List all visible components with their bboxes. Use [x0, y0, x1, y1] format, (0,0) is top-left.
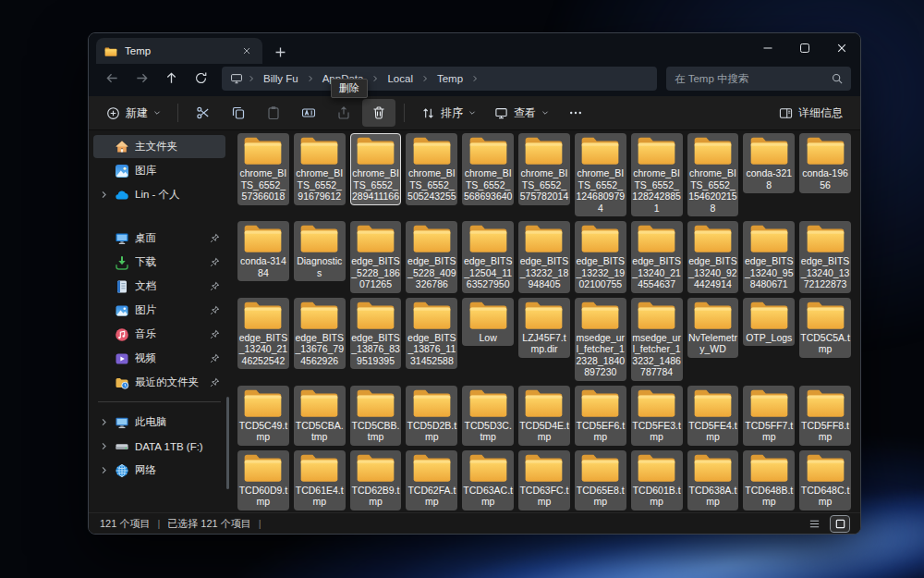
folder-item[interactable]: Diagnostics — [294, 221, 346, 281]
breadcrumb-item[interactable]: Local — [383, 71, 417, 86]
folder-item[interactable]: chrome_BITS_6552_1282428851 — [631, 133, 683, 216]
maximize-button[interactable] — [786, 33, 823, 63]
forward-button[interactable] — [128, 66, 155, 92]
folder-item[interactable]: TCD65E8.tmp — [575, 450, 626, 510]
folder-item[interactable]: TCD5D3C.tmp — [462, 386, 514, 446]
folder-item[interactable]: TCD63AC.tmp — [462, 450, 514, 510]
folder-item[interactable]: edge_BITS_13876_839519395 — [350, 298, 402, 370]
sidebar-item-drive[interactable]: DATA 1TB (F:) — [93, 435, 225, 458]
folder-item[interactable]: TCD5C5A.tmp — [799, 298, 851, 358]
folder-item[interactable]: edge_BITS_13876_1131452588 — [406, 298, 457, 370]
share-button[interactable] — [327, 99, 360, 127]
breadcrumb-item[interactable]: Temp — [433, 71, 467, 86]
folder-item[interactable]: edge_BITS_13232_18948405 — [518, 221, 570, 293]
folder-item[interactable]: TCD62FA.tmp — [406, 450, 457, 510]
expand-chevron-icon[interactable] — [99, 191, 109, 199]
up-button[interactable] — [157, 66, 185, 92]
paste-button[interactable] — [257, 99, 290, 127]
folder-item[interactable]: LZJ45F7.tmp.dir — [518, 298, 570, 358]
sidebar-item-videos[interactable]: 视频 — [93, 347, 225, 370]
folder-item[interactable]: msedge_url_fetcher_13232_1486787784 — [631, 298, 683, 381]
folder-item[interactable]: OTP_Logs — [743, 298, 795, 347]
folder-item[interactable]: chrome_BITS_6552_57366018 — [237, 133, 289, 205]
folder-item[interactable]: edge_BITS_13232_1902100755 — [575, 221, 626, 293]
folder-item[interactable]: edge_BITS_13240_1372122873 — [799, 221, 851, 293]
search-box[interactable] — [666, 67, 851, 91]
folder-item[interactable]: TCD5FF7.tmp — [743, 386, 795, 446]
folder-item[interactable]: TCD5FE3.tmp — [631, 386, 683, 446]
folder-item[interactable]: chrome_BITS_6552_91679612 — [294, 133, 346, 205]
breadcrumb-item[interactable]: Billy Fu — [260, 71, 302, 86]
folder-item[interactable]: edge_BITS_13240_924424914 — [687, 221, 739, 293]
folder-item[interactable]: chrome_BITS_6552_575782014 — [518, 133, 570, 205]
folder-item[interactable]: TCD648B.tmp — [743, 450, 795, 510]
folder-item[interactable]: TCD62B9.tmp — [350, 450, 402, 510]
sidebar-scrollbar[interactable] — [226, 397, 229, 489]
folder-item[interactable]: TCD5D2B.tmp — [406, 386, 457, 446]
folder-item[interactable]: TCD601B.tmp — [631, 450, 683, 510]
expand-chevron-icon[interactable] — [99, 418, 109, 426]
folder-item[interactable]: TCD5FF8.tmp — [799, 386, 851, 446]
folder-item[interactable]: conda-31484 — [237, 221, 289, 281]
sidebar-item-desktop[interactable]: 桌面 — [93, 227, 225, 250]
sidebar-item-recent-folders[interactable]: 最近的文件夹 — [93, 371, 225, 394]
folder-item[interactable]: chrome_BITS_6552_505243255 — [406, 133, 457, 205]
new-button[interactable]: 新建 — [98, 99, 169, 127]
sidebar-item-this-pc[interactable]: 此电脑 — [93, 411, 225, 434]
folder-item[interactable]: msedge_url_fetcher_12328_1840897230 — [575, 298, 626, 381]
details-pane-button[interactable]: 详细信息 — [771, 99, 851, 127]
back-button[interactable] — [98, 66, 126, 92]
folder-item[interactable]: conda-19656 — [799, 133, 851, 193]
new-tab-button[interactable] — [275, 47, 286, 57]
sidebar-item-gallery[interactable]: 图库 — [93, 159, 225, 182]
refresh-button[interactable] — [187, 66, 214, 92]
folder-item[interactable]: edge_BITS_13676_794562926 — [294, 298, 346, 370]
folder-item[interactable]: edge_BITS_5228_409326786 — [406, 221, 457, 293]
delete-button[interactable] — [362, 99, 395, 127]
cut-button[interactable] — [187, 99, 220, 127]
folder-item[interactable]: TCD638A.tmp — [687, 450, 739, 510]
details-view-toggle[interactable] — [805, 516, 823, 532]
tab-close-icon[interactable] — [239, 43, 254, 58]
sidebar-item-documents[interactable]: 文档 — [93, 275, 225, 298]
rename-button[interactable] — [292, 99, 325, 127]
folder-item[interactable]: TCD60D9.tmp — [237, 450, 289, 510]
folder-item[interactable]: conda-3218 — [743, 133, 795, 193]
folder-item[interactable]: chrome_BITS_6552_289411166 — [350, 133, 402, 205]
tab-temp[interactable]: Temp — [96, 38, 262, 64]
folder-item[interactable]: edge_BITS_5228_186071265 — [350, 221, 402, 293]
folder-item[interactable]: Low — [462, 298, 514, 347]
folder-item[interactable]: TCD63FC.tmp — [518, 450, 570, 510]
folder-item[interactable]: TCD648C.tmp — [799, 450, 851, 510]
search-input[interactable] — [675, 73, 826, 84]
folder-item[interactable]: TCD5CBA.tmp — [294, 386, 346, 446]
minimize-button[interactable] — [749, 33, 786, 63]
folder-item[interactable]: TCD5C49.tmp — [237, 386, 289, 446]
folder-item[interactable]: TCD5D4E.tmp — [518, 386, 570, 446]
folder-item[interactable]: TCD5CBB.tmp — [350, 386, 402, 446]
sidebar-item-music[interactable]: 音乐 — [93, 323, 225, 346]
sidebar-item-network[interactable]: 网络 — [93, 459, 225, 482]
sidebar-item-downloads[interactable]: 下载 — [93, 251, 225, 274]
sidebar-item-onedrive[interactable]: Lin - 个人 — [93, 183, 225, 206]
folder-item[interactable]: TCD5FE4.tmp — [687, 386, 739, 446]
folder-item[interactable]: edge_BITS_13240_2146252542 — [237, 298, 289, 370]
folder-item[interactable]: chrome_BITS_6552_568693640 — [462, 133, 514, 205]
expand-chevron-icon[interactable] — [99, 442, 109, 450]
copy-button[interactable] — [222, 99, 255, 127]
view-button[interactable]: 查看 — [486, 99, 557, 127]
folder-item[interactable]: edge_BITS_12504_1163527950 — [462, 221, 514, 293]
folder-item[interactable]: chrome_BITS_6552_1246809794 — [575, 133, 626, 216]
folder-item[interactable]: TCD61E4.tmp — [294, 450, 346, 510]
expand-chevron-icon[interactable] — [99, 466, 109, 474]
folder-item[interactable]: chrome_BITS_6552_1546202158 — [687, 133, 739, 216]
folder-item[interactable]: edge_BITS_13240_958480671 — [743, 221, 795, 293]
sidebar-item-home[interactable]: 主文件夹 — [93, 135, 225, 158]
folder-item[interactable]: edge_BITS_13240_214554637 — [631, 221, 683, 293]
folder-item[interactable]: TCD5EF6.tmp — [575, 386, 626, 446]
folder-item[interactable]: NvTelemetry_WD — [687, 298, 739, 358]
more-button[interactable] — [559, 99, 592, 127]
large-icons-view-toggle[interactable] — [831, 516, 849, 532]
address-bar[interactable]: Billy FuAppDataLocalTemp — [222, 67, 657, 91]
close-button[interactable] — [823, 33, 860, 63]
